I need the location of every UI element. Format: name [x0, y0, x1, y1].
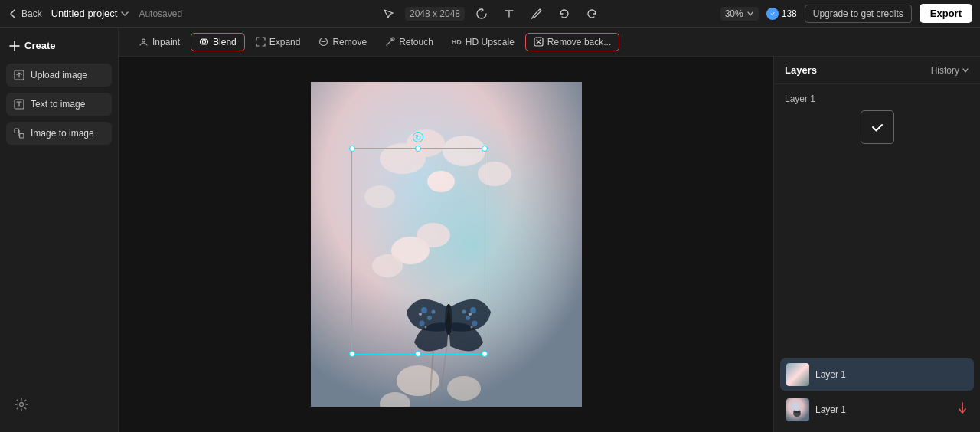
remove-label: Remove — [332, 37, 367, 47]
svg-point-0 — [769, 11, 776, 17]
svg-point-22 — [372, 254, 403, 277]
down-arrow-icon — [957, 401, 968, 418]
svg-rect-39 — [786, 398, 809, 421]
layer-thumbnail — [786, 398, 809, 421]
blend-label: Blend — [213, 37, 237, 47]
svg-point-35 — [470, 326, 472, 329]
svg-point-34 — [424, 326, 426, 329]
history-label: History — [931, 65, 959, 76]
layer-row[interactable]: Layer 1 — [780, 358, 974, 391]
create-label: Create — [24, 40, 55, 51]
expand-tool[interactable]: Expand — [248, 34, 309, 51]
svg-rect-3 — [15, 129, 19, 133]
project-name[interactable]: Untitled project — [51, 8, 130, 19]
retouch-tool[interactable]: Retouch — [377, 34, 441, 51]
select-tool-button[interactable] — [377, 3, 399, 25]
svg-rect-13 — [311, 82, 582, 407]
credits-display: 138 — [766, 8, 797, 20]
main-and-right: ↻ Layers History — [119, 57, 980, 432]
upgrade-button[interactable]: Upgrade to get credits — [805, 5, 912, 23]
svg-point-24 — [421, 307, 427, 313]
svg-point-18 — [478, 162, 511, 186]
svg-point-37 — [447, 376, 481, 401]
remove-tool[interactable]: Remove — [311, 34, 374, 51]
layer-row-name: Layer 1 — [815, 404, 846, 415]
remove-back-label: Remove back... — [547, 37, 611, 47]
svg-point-25 — [427, 316, 432, 320]
right-sidebar: Layers History Layer 1 — [773, 57, 980, 432]
canvas-wrapper: ↻ — [311, 82, 582, 407]
svg-point-6 — [142, 39, 145, 42]
back-icon — [8, 8, 18, 19]
export-button[interactable]: Export — [920, 4, 972, 23]
inpaint-label: Inpaint — [152, 37, 180, 47]
remove-back-tool[interactable]: Remove back... — [525, 33, 619, 51]
topbar: Back Untitled project Autosaved 2048 x 2… — [0, 0, 980, 28]
svg-point-29 — [466, 316, 470, 320]
right-sidebar-header: Layers History — [774, 57, 980, 84]
rotate-tool-button[interactable] — [471, 3, 492, 25]
svg-point-32 — [419, 313, 422, 316]
chevron-down-icon — [962, 67, 969, 74]
svg-point-19 — [427, 171, 455, 192]
redo-button[interactable] — [581, 3, 603, 25]
hd-label-badge: HD — [452, 38, 462, 46]
back-button[interactable]: Back — [8, 8, 42, 19]
left-sidebar: Create Upload image Text to image Image … — [0, 28, 119, 432]
toolbar: Inpaint Blend Expand Remo — [119, 28, 980, 57]
layer-row[interactable]: Layer 1 — [780, 394, 974, 426]
content-area: Create Upload image Text to image Image … — [0, 28, 980, 432]
layer-name-top: Layer 1 — [785, 93, 815, 104]
svg-point-33 — [469, 313, 472, 316]
svg-point-36 — [397, 365, 439, 396]
svg-point-27 — [431, 310, 435, 314]
text-to-image-button[interactable]: Text to image — [6, 93, 112, 116]
svg-point-26 — [419, 321, 424, 326]
image-to-image-icon — [14, 128, 24, 139]
retouch-icon — [385, 37, 395, 47]
canvas-area[interactable]: ↻ — [119, 57, 773, 432]
upload-icon — [14, 70, 24, 80]
create-icon — [9, 41, 20, 51]
layer-thumbnail — [786, 363, 809, 386]
remove-icon — [318, 37, 328, 47]
back-label: Back — [21, 8, 42, 19]
layer-thumb-image — [786, 398, 809, 421]
zoom-level: 30% — [725, 8, 743, 19]
text-tool-button[interactable] — [498, 3, 520, 25]
upload-image-label: Upload image — [31, 70, 87, 80]
pen-tool-button[interactable] — [526, 3, 547, 25]
undo-button[interactable] — [554, 3, 575, 25]
project-name-text: Untitled project — [51, 8, 118, 19]
checkmark-icon — [870, 119, 885, 135]
topbar-left: Back Untitled project Autosaved — [8, 8, 182, 19]
expand-icon — [256, 37, 266, 47]
remove-back-icon — [534, 37, 544, 47]
inpaint-tool[interactable]: Inpaint — [131, 34, 188, 51]
layer-row-name: Layer 1 — [815, 369, 846, 380]
blend-icon — [199, 37, 209, 47]
create-header: Create — [6, 37, 112, 57]
retouch-label: Retouch — [399, 37, 433, 47]
dimensions-badge: 2048 x 2048 — [405, 7, 465, 21]
history-link[interactable]: History — [931, 65, 969, 76]
image-to-image-label: Image to image — [31, 128, 94, 139]
svg-point-17 — [364, 185, 395, 208]
inpaint-icon — [139, 37, 149, 47]
svg-point-30 — [472, 321, 477, 326]
expand-label: Expand — [270, 37, 301, 47]
layer-visibility-toggle[interactable] — [861, 110, 894, 144]
main-with-toolbar: Inpaint Blend Expand Remo — [119, 28, 980, 432]
settings-button[interactable] — [9, 392, 34, 417]
hd-upscale-tool[interactable]: HD HD Upscale — [444, 34, 522, 51]
svg-rect-4 — [20, 134, 24, 139]
image-to-image-button[interactable]: Image to image — [6, 122, 112, 145]
zoom-control[interactable]: 30% — [720, 7, 759, 21]
topbar-right: 30% 138 Upgrade to get credits Export — [720, 4, 972, 23]
blend-tool[interactable]: Blend — [191, 33, 245, 51]
chevron-down-icon — [746, 10, 754, 18]
upload-image-button[interactable]: Upload image — [6, 64, 112, 87]
autosaved-badge: Autosaved — [139, 8, 182, 19]
layers-list: Layer 1 — [774, 352, 980, 432]
svg-point-5 — [20, 403, 24, 407]
